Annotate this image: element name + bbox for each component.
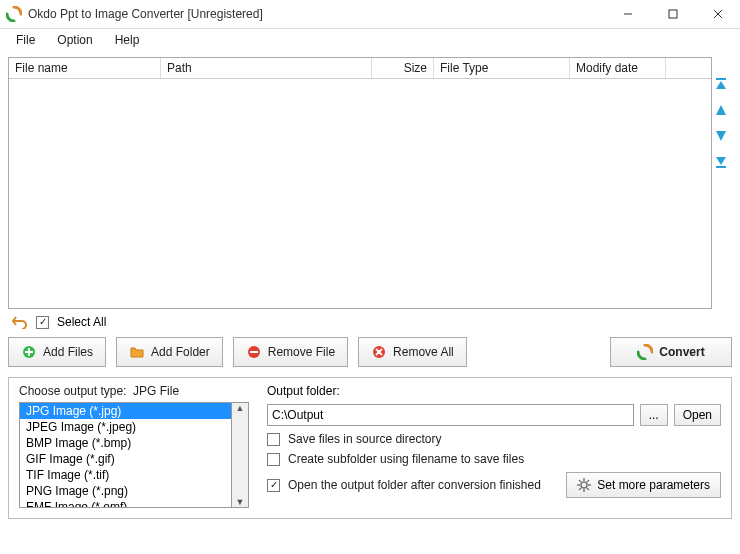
open-after-checkbox[interactable] (267, 479, 280, 492)
list-item[interactable]: TIF Image (*.tif) (20, 467, 231, 483)
remove-file-button[interactable]: Remove File (233, 337, 348, 367)
convert-icon (637, 344, 653, 360)
app-icon (6, 6, 22, 22)
select-all-checkbox[interactable] (36, 316, 49, 329)
undo-icon[interactable] (12, 315, 28, 329)
reorder-strip (712, 57, 732, 309)
col-file-type[interactable]: File Type (434, 58, 570, 78)
minimize-button[interactable] (605, 0, 650, 28)
scroll-down-icon: ▼ (236, 497, 245, 507)
col-padding (666, 58, 711, 78)
move-down-button[interactable] (714, 129, 730, 145)
menu-bar: File Option Help (0, 29, 740, 51)
current-output-type: JPG File (133, 384, 179, 398)
maximize-button[interactable] (650, 0, 695, 28)
create-subfolder-checkbox[interactable] (267, 453, 280, 466)
title-bar: Okdo Ppt to Image Converter [Unregistere… (0, 0, 740, 29)
add-files-button[interactable]: Add Files (8, 337, 106, 367)
output-type-list[interactable]: JPG Image (*.jpg) JPEG Image (*.jpeg) BM… (19, 402, 232, 508)
svg-line-26 (579, 488, 581, 490)
convert-button[interactable]: Convert (610, 337, 732, 367)
svg-rect-4 (716, 78, 726, 80)
browse-folder-button[interactable]: ... (640, 404, 668, 426)
svg-marker-6 (716, 105, 726, 115)
add-folder-button[interactable]: Add Folder (116, 337, 223, 367)
create-subfolder-label: Create subfolder using filename to save … (288, 452, 524, 466)
gear-icon (577, 478, 591, 492)
list-item[interactable]: PNG Image (*.png) (20, 483, 231, 499)
remove-all-icon (371, 344, 387, 360)
output-panel: Choose output type: JPG File JPG Image (… (8, 377, 732, 519)
select-all-label: Select All (57, 315, 106, 329)
output-folder-label: Output folder: (267, 384, 721, 398)
open-after-label: Open the output folder after conversion … (288, 478, 541, 492)
folder-icon (129, 344, 145, 360)
add-files-label: Add Files (43, 345, 93, 359)
set-more-label: Set more parameters (597, 478, 710, 492)
open-folder-button[interactable]: Open (674, 404, 721, 426)
save-in-source-label: Save files in source directory (288, 432, 441, 446)
save-in-source-checkbox[interactable] (267, 433, 280, 446)
col-modify-date[interactable]: Modify date (570, 58, 666, 78)
choose-output-type-label: Choose output type: (19, 384, 126, 398)
remove-all-button[interactable]: Remove All (358, 337, 467, 367)
svg-marker-7 (716, 131, 726, 141)
minus-icon (246, 344, 262, 360)
svg-point-18 (581, 482, 587, 488)
output-folder-input[interactable] (267, 404, 634, 426)
svg-line-23 (579, 480, 581, 482)
list-item[interactable]: JPG Image (*.jpg) (20, 403, 231, 419)
col-file-name[interactable]: File name (9, 58, 161, 78)
remove-file-label: Remove File (268, 345, 335, 359)
list-item[interactable]: GIF Image (*.gif) (20, 451, 231, 467)
svg-marker-5 (716, 81, 726, 89)
add-folder-label: Add Folder (151, 345, 210, 359)
svg-line-25 (587, 480, 589, 482)
file-table-header: File name Path Size File Type Modify dat… (9, 58, 711, 79)
set-more-parameters-button[interactable]: Set more parameters (566, 472, 721, 498)
list-scrollbar[interactable]: ▲▼ (232, 402, 249, 508)
close-button[interactable] (695, 0, 740, 28)
col-size[interactable]: Size (372, 58, 434, 78)
menu-option[interactable]: Option (47, 31, 102, 49)
svg-rect-9 (716, 166, 726, 168)
list-item[interactable]: EMF Image (*.emf) (20, 499, 231, 508)
svg-marker-8 (716, 157, 726, 165)
remove-all-label: Remove All (393, 345, 454, 359)
move-bottom-button[interactable] (714, 155, 730, 171)
move-top-button[interactable] (714, 77, 730, 93)
svg-line-24 (587, 488, 589, 490)
move-up-button[interactable] (714, 103, 730, 119)
menu-help[interactable]: Help (105, 31, 150, 49)
convert-label: Convert (659, 345, 704, 359)
list-item[interactable]: JPEG Image (*.jpeg) (20, 419, 231, 435)
window-title: Okdo Ppt to Image Converter [Unregistere… (28, 7, 605, 21)
col-path[interactable]: Path (161, 58, 372, 78)
scroll-up-icon: ▲ (236, 403, 245, 413)
file-table[interactable]: File name Path Size File Type Modify dat… (8, 57, 712, 309)
plus-icon (21, 344, 37, 360)
svg-rect-1 (669, 10, 677, 18)
menu-file[interactable]: File (6, 31, 45, 49)
list-item[interactable]: BMP Image (*.bmp) (20, 435, 231, 451)
